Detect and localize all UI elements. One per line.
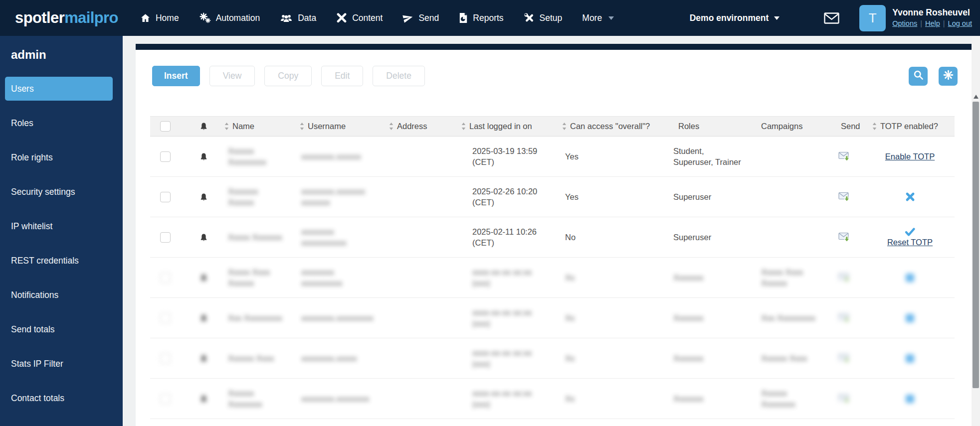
nav-item-reports[interactable]: Reports [459,12,503,23]
cell-last_login: 2025-03-19 13:59(CET) [454,145,555,167]
cell-totp [865,395,955,403]
row-checkbox[interactable] [160,313,171,323]
cell-notify [181,193,217,201]
app-logo[interactable]: spotlermailpro [15,9,118,27]
nav-item-send[interactable]: Send [402,12,439,23]
insert-button[interactable]: Insert [152,66,200,86]
cell-text: Xxx Xxxxxxxxx [761,312,815,323]
sidebar-item-stats-ip-filter[interactable]: Stats IP Filter [0,352,123,376]
row-checkbox[interactable] [160,273,171,283]
bell-icon [200,395,207,403]
row-checkbox[interactable] [160,353,171,364]
cell-select [150,232,181,243]
column-header-overall[interactable]: Can access "overall"? [555,122,660,131]
scrollbar-up-arrow[interactable] [974,95,979,99]
row-checkbox[interactable] [160,151,171,162]
nav-item-data[interactable]: Data [280,13,316,23]
row-checkbox[interactable] [160,192,171,202]
envelope-icon[interactable] [824,12,839,24]
link-separator: | [943,19,945,27]
cell-text: xxxxxxxxxxxxxxxxxx [301,267,343,288]
cell-campaigns: Xxxxxx Xxxx [743,353,823,364]
logo-primary: spotler [15,9,64,26]
table-settings-button[interactable] [939,67,958,86]
view-button[interactable]: View [209,66,255,86]
send-mail-button[interactable] [838,393,850,404]
send-mail-button[interactable] [838,151,850,162]
cell-username: xxxxxxxxxxxxxxxxxxx [293,226,382,248]
cell-text: xxxxxxxx.xxxxxxxx [301,393,370,404]
nav-item-setup[interactable]: Setup [524,12,563,23]
column-header-roles: Roles [660,122,743,131]
reset-totp-link[interactable]: Reset TOTP [887,238,933,247]
sidebar-item-contact-totals[interactable]: Contact totals [0,386,123,410]
column-header-name[interactable]: Name [217,122,293,131]
cell-send [823,353,865,364]
row-checkbox[interactable] [160,232,171,243]
cell-send [823,151,865,162]
environment-label: Demo environment [690,13,769,23]
nav-item-label: Setup [540,13,563,23]
column-header-last_login[interactable]: Last logged in on [454,122,555,131]
column-header-totp[interactable]: TOTP enabled? [865,122,955,131]
cell-text: Xx [565,312,575,323]
logo-secondary: mailpro [64,9,118,26]
send-mail-button[interactable] [838,272,850,283]
totp-disabled-cross-icon[interactable] [905,192,915,202]
column-header-address[interactable]: Address [382,122,454,131]
enable-totp-link[interactable]: Enable TOTP [885,152,935,161]
table-row: Xxxxxx Xxxxxxxxxxxx.xxxxxxxxx-xx-xx xx:x… [150,338,955,379]
edit-button[interactable]: Edit [321,66,363,86]
scrollbar-thumb[interactable] [973,102,979,388]
toolbar-icon-buttons [909,67,958,86]
nav-item-home[interactable]: Home [140,13,179,23]
send-mail-button[interactable] [838,353,850,364]
copy-button[interactable]: Copy [264,66,312,86]
cell-username: xxxxxxxxxxxxxxxxxx [293,267,382,288]
sidebar-item-roles[interactable]: Roles [0,111,123,135]
send-mail-button[interactable] [838,191,850,202]
cell-name: Xxx Xxxxxxxxx [217,312,293,323]
cell-text: xxxx-xx-xx xx:xx(xxx) [472,347,532,369]
row-checkbox[interactable] [160,394,171,404]
logout-link[interactable]: Log out [948,19,972,27]
nav-item-more[interactable]: More [582,13,614,23]
column-header-username[interactable]: Username [293,122,382,131]
cell-text: Xxxxx Xxxxxxx [228,232,282,243]
caret-down-icon [774,16,780,20]
select-all-checkbox[interactable] [160,121,171,132]
help-link[interactable]: Help [925,19,940,27]
caret-down-icon [608,16,614,20]
column-header-send: Send [823,122,865,131]
sidebar-item-rest-credentials[interactable]: REST credentials [0,249,123,273]
options-link[interactable]: Options [892,19,917,27]
check-icon [905,228,915,236]
column-label: Send [841,122,860,131]
sidebar-item-notifications[interactable]: Notifications [0,283,123,307]
nav-item-label: Home [156,13,179,23]
cell-name: Xxxxx XxxxXxxxxx [217,267,293,288]
search-button[interactable] [909,67,928,86]
environment-selector[interactable]: Demo environment [690,13,781,23]
send-mail-button[interactable] [838,312,850,323]
sidebar-item-send-totals[interactable]: Send totals [0,317,123,341]
cell-select [150,353,181,364]
sidebar-item-users[interactable]: Users [5,77,113,101]
cell-roles: Xxxxxxx [660,312,743,323]
sort-icon [461,123,466,130]
nav-item-content[interactable]: Content [336,13,383,23]
cell-notify [181,354,217,363]
cell-text: 2025-03-19 13:59(CET) [472,145,537,167]
table-row: Xxx Xxxxxxxxxxxxxxxxx.xxxxxxxxxxxxx-xx-x… [150,298,955,338]
cell-text: XxxxxxxXxxxxx [228,186,258,208]
delete-button[interactable]: Delete [373,66,425,86]
cell-username: xxxxxxxx.xxxxx [293,353,382,364]
sidebar-item-security-settings[interactable]: Security settings [0,180,123,204]
send-mail-button[interactable] [838,232,850,243]
column-label: Address [397,122,427,131]
sidebar-item-ip-whitelist[interactable]: IP whitelist [0,214,123,238]
nav-item-automation[interactable]: Automation [199,12,260,23]
cell-text: XxxxxxXxxxxxxxx [228,145,266,167]
avatar[interactable]: T [859,5,886,31]
sidebar-item-role-rights[interactable]: Role rights [0,145,123,169]
